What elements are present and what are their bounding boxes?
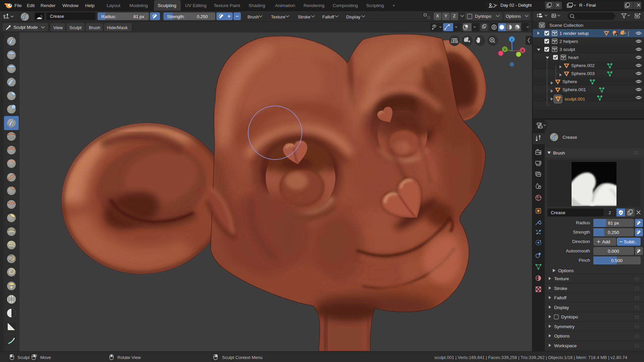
svg-text:Display: Display — [554, 305, 569, 310]
svg-text:Direction: Direction — [572, 239, 590, 244]
svg-text:Texture: Texture — [554, 276, 569, 281]
svg-text:Workspace: Workspace — [554, 343, 577, 348]
svg-text:0.250: 0.250 — [608, 230, 619, 235]
svg-text:Stroke: Stroke — [554, 286, 567, 291]
svg-text:Crease: Crease — [551, 210, 566, 215]
svg-text:Sphere.001: Sphere.001 — [562, 87, 586, 92]
svg-text:X: X — [522, 49, 524, 52]
svg-text:Y: Y — [504, 48, 506, 51]
svg-text:Z: Z — [511, 38, 513, 41]
svg-text:1 render setup: 1 render setup — [559, 31, 589, 36]
svg-text:0.000: 0.000 — [608, 249, 619, 254]
svg-text:Brush: Brush — [553, 150, 565, 156]
svg-text:sculpt.001: sculpt.001 — [565, 97, 585, 102]
svg-text:Scene Collection: Scene Collection — [549, 23, 583, 28]
svg-text:Crease: Crease — [562, 135, 577, 140]
svg-text:Options: Options — [558, 268, 574, 273]
svg-text:Sphere.003: Sphere.003 — [571, 71, 595, 76]
svg-text:Options: Options — [554, 334, 570, 339]
svg-text:2: 2 — [608, 210, 611, 215]
svg-text:Sphere.002: Sphere.002 — [571, 63, 595, 68]
svg-text:Sphere: Sphere — [562, 79, 577, 84]
svg-text:Add: Add — [602, 239, 610, 244]
svg-text:81 px: 81 px — [608, 221, 619, 226]
svg-text:Subtr..: Subtr.. — [624, 239, 637, 244]
svg-text:9: 9 — [615, 33, 617, 37]
svg-text:0.500: 0.500 — [611, 258, 623, 263]
svg-text:Symmetry: Symmetry — [554, 324, 575, 329]
svg-text:3 sculpt: 3 sculpt — [559, 47, 575, 52]
svg-text:Dyntopo: Dyntopo — [561, 314, 578, 319]
svg-text:Pinch: Pinch — [579, 258, 590, 263]
svg-text:heart: heart — [568, 55, 579, 60]
svg-text:Autosmooth: Autosmooth — [566, 248, 590, 253]
svg-text:Falloff: Falloff — [554, 295, 567, 300]
svg-text:Radius: Radius — [576, 220, 590, 225]
svg-text:Strength: Strength — [573, 230, 590, 235]
svg-text:2 helpers: 2 helpers — [559, 39, 578, 44]
